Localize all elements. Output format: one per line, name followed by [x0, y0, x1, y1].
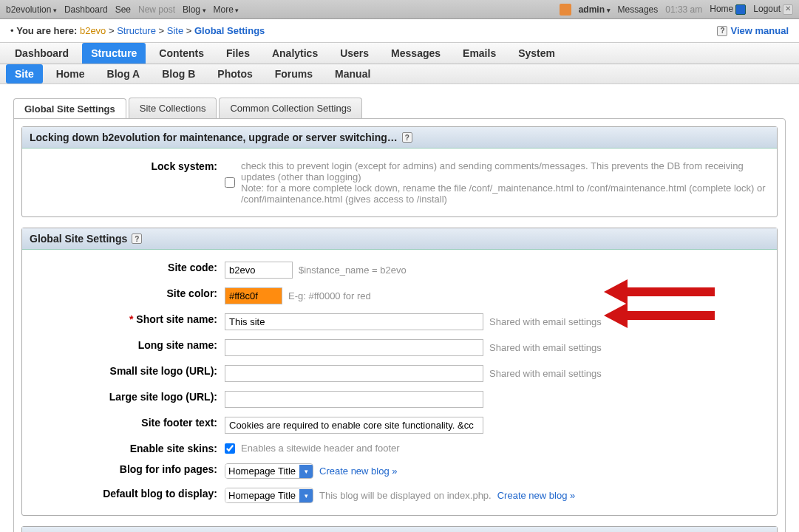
chevron-down-icon: ▾ — [299, 465, 313, 478]
info-select[interactable]: Homepage Title — [225, 464, 299, 478]
site-color-hint: E-g: #ff0000 for red — [288, 290, 371, 301]
subtab-site[interactable]: Site — [6, 64, 43, 83]
small-logo-label: Small site logo (URL): — [33, 365, 225, 377]
tab-analytics[interactable]: Analytics — [263, 43, 327, 64]
tab-emails[interactable]: Emails — [454, 43, 505, 64]
subtab-bloga[interactable]: Blog A — [98, 64, 149, 83]
large-logo-label: Large site logo (URL): — [33, 391, 225, 403]
ttab-global[interactable]: Global Site Settings — [13, 98, 126, 119]
small-logo-hint: Shared with email settings — [489, 368, 602, 379]
block-global: Global Site Settings ? Site code: $insta… — [21, 228, 778, 516]
tab-files[interactable]: Files — [217, 43, 259, 64]
subtab-blogb[interactable]: Blog B — [153, 64, 204, 83]
default-hint: This blog will be displayed on index.php… — [319, 490, 492, 501]
default-select[interactable]: Homepage Title — [225, 488, 299, 502]
site-color-input[interactable] — [225, 287, 282, 304]
site-code-input[interactable] — [225, 262, 293, 279]
footer-label: Site footer text: — [33, 417, 225, 429]
main-tabs: Dashboard Structure Contents Files Analy… — [0, 42, 799, 64]
default-label: Default blog to display: — [33, 488, 225, 499]
subtab-forums[interactable]: Forums — [266, 64, 322, 83]
create-blog-link-1[interactable]: Create new blog » — [319, 466, 398, 477]
tab-contents[interactable]: Contents — [150, 43, 213, 64]
lock-hint2: Note: for a more complete lock down, ren… — [241, 183, 766, 205]
site-color-label: Site color: — [33, 287, 225, 299]
site-code-label: Site code: — [33, 262, 225, 273]
tab-messages[interactable]: Messages — [382, 43, 449, 64]
subtab-photos[interactable]: Photos — [208, 64, 261, 83]
skins-label: Enable site skins: — [33, 443, 225, 454]
long-name-hint: Shared with email settings — [489, 342, 602, 353]
avatar — [560, 4, 571, 16]
tab-dashboard[interactable]: Dashboard — [6, 43, 78, 64]
view-manual-link[interactable]: ? View manual — [717, 25, 789, 36]
breadcrumb: • You are here: b2evo > Structure > Site… — [10, 25, 265, 36]
site-code-hint: $instance_name = b2evo — [299, 265, 407, 276]
lock-system-checkbox[interactable] — [225, 177, 235, 188]
logout-icon — [783, 4, 793, 15]
tab-system[interactable]: System — [509, 43, 564, 64]
help-icon[interactable]: ? — [132, 233, 142, 244]
short-name-hint: Shared with email settings — [489, 316, 602, 327]
bc-b2evo[interactable]: b2evo — [80, 25, 106, 36]
clock: 01:33 am — [665, 4, 702, 15]
long-name-label: Long site name: — [33, 339, 225, 351]
topbar-dashboard[interactable]: Dashboard — [64, 4, 108, 15]
topbar-blog[interactable]: Blog — [183, 4, 206, 15]
tertiary-tabs: Global Site Settings Site Collections Co… — [13, 98, 786, 118]
logout-link[interactable]: Logout — [753, 4, 793, 15]
sub-tabs: Site Home Blog A Blog B Photos Forums Ma… — [0, 64, 799, 84]
home-link[interactable]: Home — [710, 4, 746, 15]
large-logo-input[interactable] — [225, 391, 483, 408]
topbar-newpost[interactable]: New post — [138, 4, 175, 15]
tab-users[interactable]: Users — [331, 43, 378, 64]
lock-system-label: Lock system: — [33, 160, 225, 172]
block-global-title: Global Site Settings — [30, 233, 127, 245]
short-name-label: Short site name: — [136, 313, 217, 325]
help-icon[interactable]: ? — [402, 132, 412, 143]
short-name-input[interactable] — [225, 313, 483, 330]
bc-site[interactable]: Site — [167, 25, 183, 36]
block-lockdown-title: Locking down b2evolution for maintenance… — [30, 132, 398, 143]
ttab-common[interactable]: Common Collection Settings — [219, 98, 362, 118]
block-lockdown: Locking down b2evolution for maintenance… — [21, 126, 778, 217]
bc-structure[interactable]: Structure — [117, 25, 156, 36]
block-technical: Technical Site Settings ? * Reload-page … — [21, 526, 778, 532]
topbar-more[interactable]: More — [214, 4, 239, 15]
skins-checkbox[interactable] — [225, 443, 235, 454]
subtab-home[interactable]: Home — [47, 64, 94, 83]
topbar-see[interactable]: See — [115, 4, 131, 15]
topbar-messages[interactable]: Messages — [618, 4, 659, 15]
ttab-collections[interactable]: Site Collections — [129, 98, 217, 118]
long-name-input[interactable] — [225, 339, 483, 356]
admin-menu[interactable]: admin — [579, 4, 611, 15]
bc-current: Global Settings — [194, 25, 265, 36]
skins-hint: Enables a sitewide header and footer — [241, 443, 400, 454]
home-icon — [735, 4, 746, 15]
help-icon: ? — [717, 26, 727, 36]
create-blog-link-2[interactable]: Create new blog » — [497, 490, 576, 501]
lock-hint1: check this to prevent login (except for … — [241, 160, 744, 183]
info-label: Blog for info pages: — [33, 463, 225, 475]
chevron-down-icon: ▾ — [299, 489, 313, 502]
tab-structure[interactable]: Structure — [82, 43, 146, 64]
subtab-manual[interactable]: Manual — [326, 64, 379, 83]
brand-menu[interactable]: b2evolution — [6, 4, 57, 15]
footer-input[interactable] — [225, 417, 483, 434]
small-logo-input[interactable] — [225, 365, 483, 382]
